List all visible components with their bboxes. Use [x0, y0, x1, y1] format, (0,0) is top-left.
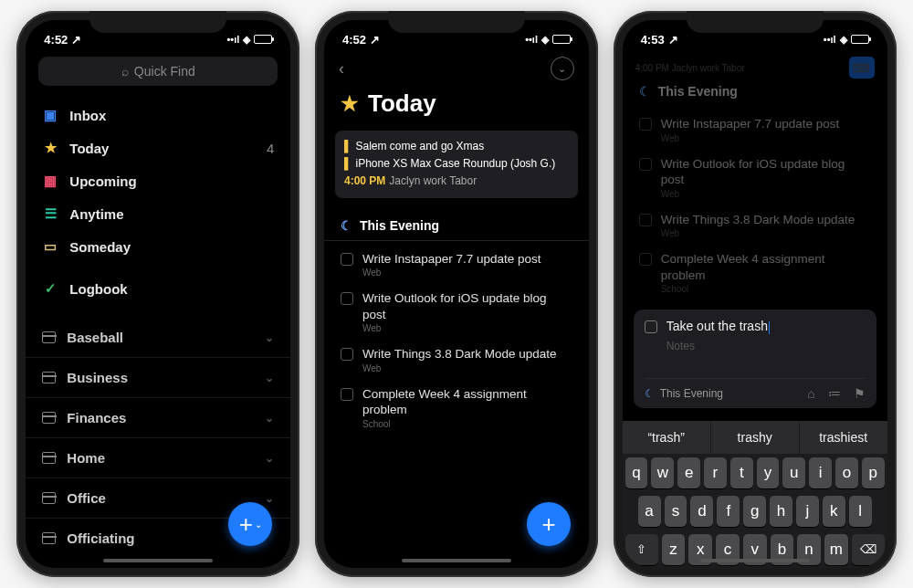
nav-inbox[interactable]: ▣Inbox [26, 99, 290, 131]
key-k[interactable]: k [823, 496, 845, 527]
checkbox[interactable] [341, 253, 353, 266]
task-title: Write Things 3.8 Dark Mode update [362, 346, 572, 362]
suggestion[interactable]: trashy [711, 421, 800, 454]
key-g[interactable]: g [743, 496, 766, 527]
checkbox[interactable] [341, 348, 353, 361]
task-project: Web [661, 133, 871, 143]
key-i[interactable]: i [809, 457, 832, 488]
nav-upcoming[interactable]: ▦Upcoming [26, 164, 290, 197]
more-button[interactable]: ⌄ [551, 57, 574, 80]
key-o[interactable]: o [835, 457, 858, 488]
task-project: School [362, 419, 572, 429]
screen-newtask: 4:53↗ ••ıl◈ 4:00 PM Jaclyn work Tabor ⌨ … [623, 20, 887, 568]
context-text: Jaclyn work Tabor [672, 63, 745, 73]
inbox-icon: ▣ [42, 107, 58, 123]
when-button[interactable]: ☾This Evening [645, 387, 723, 400]
location-arrow-icon: ↗ [71, 33, 81, 47]
today-count: 4 [267, 141, 274, 156]
home-indicator[interactable] [103, 559, 213, 562]
key-a[interactable]: a [638, 496, 661, 527]
key-u[interactable]: u [782, 457, 805, 488]
agenda-text: Salem come and go Xmas [356, 138, 485, 155]
title-text: Today [368, 89, 436, 118]
agenda-text: Jaclyn work Tabor [389, 173, 477, 190]
area-icon [42, 372, 56, 383]
phone-newtask: 4:53↗ ••ıl◈ 4:00 PM Jaclyn work Tabor ⌨ … [614, 11, 897, 577]
chevron-down-icon: ⌄ [255, 520, 262, 530]
clock: 4:52 [44, 33, 68, 47]
nav-logbook[interactable]: ✓Logbook [26, 272, 290, 305]
new-task-card[interactable]: Take out the trash Notes ☾This Evening ⌂… [634, 310, 876, 407]
location-arrow-icon: ↗ [370, 33, 380, 47]
checkbox[interactable] [645, 320, 657, 333]
top-context: 4:00 PM Jaclyn work Tabor ⌨ [623, 51, 887, 82]
wifi-icon: ◈ [840, 34, 847, 46]
new-task-title-input[interactable]: Take out the trash [666, 319, 770, 333]
keyboard-toggle-button[interactable]: ⌨ [849, 57, 875, 79]
task-title: Complete Week 4 assignment problem [362, 386, 572, 418]
nav-someday[interactable]: ▭Someday [26, 230, 290, 263]
key-z[interactable]: z [662, 534, 686, 565]
flag-icon[interactable]: ⚑ [854, 386, 866, 401]
key-y[interactable]: y [757, 457, 780, 488]
area-business[interactable]: Business⌄ [26, 358, 290, 398]
nav-label: Logbook [69, 281, 127, 297]
key-q[interactable]: q [625, 457, 648, 488]
key-t[interactable]: t [730, 457, 753, 488]
new-task-button[interactable]: +⌄ [228, 502, 272, 546]
phone-sidebar: 4:52↗ ••ıl◈ ⌕ Quick Find ▣Inbox ★Today4 … [16, 11, 299, 577]
area-baseball[interactable]: Baseball⌄ [26, 318, 290, 358]
tag-icon[interactable]: ⌂ [807, 386, 814, 401]
nav-anytime[interactable]: ☰Anytime [26, 197, 290, 230]
key-shift[interactable]: ⇧ [625, 534, 658, 565]
task-project: Web [362, 323, 572, 333]
area-label: Finances [67, 410, 126, 425]
key-p[interactable]: p [862, 457, 885, 488]
task-project: School [661, 284, 871, 294]
checkbox [639, 118, 652, 131]
key-d[interactable]: d [690, 496, 713, 527]
section-label: This Evening [658, 84, 738, 99]
area-home[interactable]: Home⌄ [26, 438, 290, 478]
nav-today[interactable]: ★Today4 [26, 131, 290, 164]
clock: 4:53 [641, 33, 665, 47]
key-h[interactable]: h [770, 496, 792, 527]
task-row[interactable]: Write Instapaper 7.7 update postWeb [324, 245, 589, 285]
suggestion[interactable]: “trash” [623, 421, 711, 454]
task-row[interactable]: Write Outlook for iOS update blog postWe… [324, 284, 589, 340]
new-task-button[interactable]: + [527, 502, 571, 546]
suggestion[interactable]: trashiest [800, 421, 887, 454]
key-e[interactable]: e [677, 457, 700, 488]
key-r[interactable]: r [704, 457, 727, 488]
key-f[interactable]: f [717, 496, 740, 527]
key-m[interactable]: m [824, 534, 848, 565]
checkbox[interactable] [341, 388, 353, 401]
checkbox[interactable] [341, 292, 353, 305]
task-project: Web [362, 268, 572, 278]
key-s[interactable]: s [665, 496, 687, 527]
area-finances[interactable]: Finances⌄ [26, 398, 290, 438]
area-icon [42, 412, 56, 424]
nav-label: Upcoming [69, 173, 136, 189]
checklist-icon[interactable]: ≔ [828, 386, 841, 401]
key-j[interactable]: j [796, 496, 819, 527]
key-l[interactable]: l [849, 496, 872, 527]
agenda-card[interactable]: ▌Salem come and go Xmas ▌iPhone XS Max C… [335, 131, 578, 198]
home-indicator[interactable] [402, 559, 511, 562]
task-project: Web [661, 189, 871, 199]
when-label: This Evening [660, 387, 723, 400]
task-row: Write Outlook for iOS update blog postWe… [623, 150, 887, 205]
quick-find-input[interactable]: ⌕ Quick Find [38, 57, 278, 86]
plus-icon: + [239, 510, 253, 539]
context-time: 4:00 PM [635, 63, 669, 73]
battery-icon [254, 35, 272, 44]
back-button[interactable]: ‹ [339, 59, 344, 79]
key-backspace[interactable]: ⌫ [852, 534, 885, 565]
location-arrow-icon: ↗ [668, 33, 678, 47]
task-row[interactable]: Write Things 3.8 Dark Mode updateWeb [324, 340, 589, 380]
new-task-notes-input[interactable]: Notes [645, 334, 866, 378]
task-row[interactable]: Complete Week 4 assignment problemSchool [324, 380, 589, 436]
nav-label: Someday [69, 239, 131, 255]
home-indicator[interactable] [700, 559, 810, 562]
key-w[interactable]: w [651, 457, 674, 488]
